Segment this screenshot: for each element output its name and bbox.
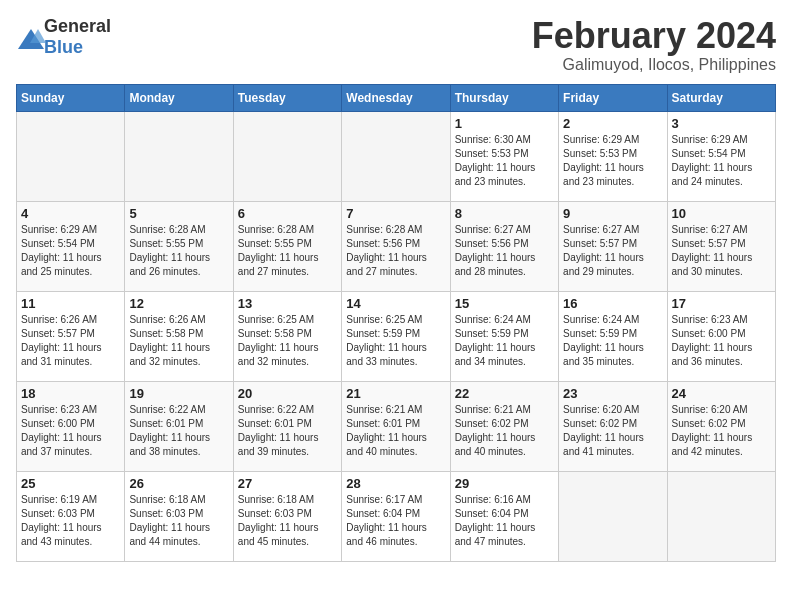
day-info: Sunrise: 6:28 AMSunset: 5:56 PMDaylight:… — [346, 223, 445, 279]
day-info: Sunrise: 6:29 AMSunset: 5:53 PMDaylight:… — [563, 133, 662, 189]
day-number: 29 — [455, 476, 554, 491]
day-cell — [667, 471, 775, 561]
day-cell: 4Sunrise: 6:29 AMSunset: 5:54 PMDaylight… — [17, 201, 125, 291]
day-cell: 25Sunrise: 6:19 AMSunset: 6:03 PMDayligh… — [17, 471, 125, 561]
day-cell: 18Sunrise: 6:23 AMSunset: 6:00 PMDayligh… — [17, 381, 125, 471]
day-cell: 23Sunrise: 6:20 AMSunset: 6:02 PMDayligh… — [559, 381, 667, 471]
day-info: Sunrise: 6:28 AMSunset: 5:55 PMDaylight:… — [238, 223, 337, 279]
day-cell: 20Sunrise: 6:22 AMSunset: 6:01 PMDayligh… — [233, 381, 341, 471]
day-cell: 16Sunrise: 6:24 AMSunset: 5:59 PMDayligh… — [559, 291, 667, 381]
day-info: Sunrise: 6:23 AMSunset: 6:00 PMDaylight:… — [672, 313, 771, 369]
day-number: 27 — [238, 476, 337, 491]
day-cell — [559, 471, 667, 561]
day-number: 9 — [563, 206, 662, 221]
day-number: 3 — [672, 116, 771, 131]
day-info: Sunrise: 6:27 AMSunset: 5:57 PMDaylight:… — [563, 223, 662, 279]
day-info: Sunrise: 6:17 AMSunset: 6:04 PMDaylight:… — [346, 493, 445, 549]
logo-icon — [16, 27, 40, 47]
day-info: Sunrise: 6:16 AMSunset: 6:04 PMDaylight:… — [455, 493, 554, 549]
day-info: Sunrise: 6:26 AMSunset: 5:58 PMDaylight:… — [129, 313, 228, 369]
day-cell: 24Sunrise: 6:20 AMSunset: 6:02 PMDayligh… — [667, 381, 775, 471]
day-cell: 14Sunrise: 6:25 AMSunset: 5:59 PMDayligh… — [342, 291, 450, 381]
day-number: 24 — [672, 386, 771, 401]
day-number: 1 — [455, 116, 554, 131]
calendar-body: 1Sunrise: 6:30 AMSunset: 5:53 PMDaylight… — [17, 111, 776, 561]
day-info: Sunrise: 6:29 AMSunset: 5:54 PMDaylight:… — [21, 223, 120, 279]
day-info: Sunrise: 6:22 AMSunset: 6:01 PMDaylight:… — [129, 403, 228, 459]
day-cell — [342, 111, 450, 201]
col-saturday: Saturday — [667, 84, 775, 111]
day-info: Sunrise: 6:25 AMSunset: 5:59 PMDaylight:… — [346, 313, 445, 369]
day-number: 12 — [129, 296, 228, 311]
day-cell: 1Sunrise: 6:30 AMSunset: 5:53 PMDaylight… — [450, 111, 558, 201]
day-number: 7 — [346, 206, 445, 221]
day-cell: 15Sunrise: 6:24 AMSunset: 5:59 PMDayligh… — [450, 291, 558, 381]
header: General Blue February 2024 Galimuyod, Il… — [16, 16, 776, 74]
day-number: 2 — [563, 116, 662, 131]
day-cell: 10Sunrise: 6:27 AMSunset: 5:57 PMDayligh… — [667, 201, 775, 291]
day-info: Sunrise: 6:24 AMSunset: 5:59 PMDaylight:… — [563, 313, 662, 369]
day-number: 14 — [346, 296, 445, 311]
week-row-2: 4Sunrise: 6:29 AMSunset: 5:54 PMDaylight… — [17, 201, 776, 291]
day-cell — [17, 111, 125, 201]
day-cell: 21Sunrise: 6:21 AMSunset: 6:01 PMDayligh… — [342, 381, 450, 471]
day-number: 19 — [129, 386, 228, 401]
day-info: Sunrise: 6:18 AMSunset: 6:03 PMDaylight:… — [129, 493, 228, 549]
day-number: 18 — [21, 386, 120, 401]
day-info: Sunrise: 6:26 AMSunset: 5:57 PMDaylight:… — [21, 313, 120, 369]
day-cell: 28Sunrise: 6:17 AMSunset: 6:04 PMDayligh… — [342, 471, 450, 561]
day-number: 5 — [129, 206, 228, 221]
day-cell: 26Sunrise: 6:18 AMSunset: 6:03 PMDayligh… — [125, 471, 233, 561]
day-info: Sunrise: 6:20 AMSunset: 6:02 PMDaylight:… — [672, 403, 771, 459]
day-number: 11 — [21, 296, 120, 311]
day-number: 25 — [21, 476, 120, 491]
day-cell: 6Sunrise: 6:28 AMSunset: 5:55 PMDaylight… — [233, 201, 341, 291]
week-row-1: 1Sunrise: 6:30 AMSunset: 5:53 PMDaylight… — [17, 111, 776, 201]
logo: General Blue — [16, 16, 111, 58]
day-info: Sunrise: 6:25 AMSunset: 5:58 PMDaylight:… — [238, 313, 337, 369]
title-area: February 2024 Galimuyod, Ilocos, Philipp… — [532, 16, 776, 74]
day-cell: 7Sunrise: 6:28 AMSunset: 5:56 PMDaylight… — [342, 201, 450, 291]
day-number: 6 — [238, 206, 337, 221]
day-cell — [125, 111, 233, 201]
day-cell: 11Sunrise: 6:26 AMSunset: 5:57 PMDayligh… — [17, 291, 125, 381]
day-number: 22 — [455, 386, 554, 401]
day-cell: 13Sunrise: 6:25 AMSunset: 5:58 PMDayligh… — [233, 291, 341, 381]
col-friday: Friday — [559, 84, 667, 111]
day-info: Sunrise: 6:19 AMSunset: 6:03 PMDaylight:… — [21, 493, 120, 549]
day-info: Sunrise: 6:23 AMSunset: 6:00 PMDaylight:… — [21, 403, 120, 459]
col-thursday: Thursday — [450, 84, 558, 111]
day-info: Sunrise: 6:24 AMSunset: 5:59 PMDaylight:… — [455, 313, 554, 369]
day-info: Sunrise: 6:30 AMSunset: 5:53 PMDaylight:… — [455, 133, 554, 189]
day-cell: 8Sunrise: 6:27 AMSunset: 5:56 PMDaylight… — [450, 201, 558, 291]
day-info: Sunrise: 6:21 AMSunset: 6:01 PMDaylight:… — [346, 403, 445, 459]
col-tuesday: Tuesday — [233, 84, 341, 111]
day-cell: 9Sunrise: 6:27 AMSunset: 5:57 PMDaylight… — [559, 201, 667, 291]
day-cell: 29Sunrise: 6:16 AMSunset: 6:04 PMDayligh… — [450, 471, 558, 561]
day-cell — [233, 111, 341, 201]
day-cell: 12Sunrise: 6:26 AMSunset: 5:58 PMDayligh… — [125, 291, 233, 381]
day-info: Sunrise: 6:27 AMSunset: 5:56 PMDaylight:… — [455, 223, 554, 279]
logo-blue: Blue — [44, 37, 83, 57]
col-monday: Monday — [125, 84, 233, 111]
day-number: 13 — [238, 296, 337, 311]
day-number: 21 — [346, 386, 445, 401]
day-number: 8 — [455, 206, 554, 221]
location-title: Galimuyod, Ilocos, Philippines — [532, 56, 776, 74]
day-info: Sunrise: 6:27 AMSunset: 5:57 PMDaylight:… — [672, 223, 771, 279]
calendar-table: Sunday Monday Tuesday Wednesday Thursday… — [16, 84, 776, 562]
day-cell: 3Sunrise: 6:29 AMSunset: 5:54 PMDaylight… — [667, 111, 775, 201]
day-cell: 22Sunrise: 6:21 AMSunset: 6:02 PMDayligh… — [450, 381, 558, 471]
week-row-3: 11Sunrise: 6:26 AMSunset: 5:57 PMDayligh… — [17, 291, 776, 381]
day-info: Sunrise: 6:18 AMSunset: 6:03 PMDaylight:… — [238, 493, 337, 549]
day-cell: 2Sunrise: 6:29 AMSunset: 5:53 PMDaylight… — [559, 111, 667, 201]
day-cell: 19Sunrise: 6:22 AMSunset: 6:01 PMDayligh… — [125, 381, 233, 471]
day-number: 15 — [455, 296, 554, 311]
day-info: Sunrise: 6:22 AMSunset: 6:01 PMDaylight:… — [238, 403, 337, 459]
day-cell: 27Sunrise: 6:18 AMSunset: 6:03 PMDayligh… — [233, 471, 341, 561]
logo-general: General — [44, 16, 111, 36]
day-number: 17 — [672, 296, 771, 311]
day-number: 26 — [129, 476, 228, 491]
week-row-5: 25Sunrise: 6:19 AMSunset: 6:03 PMDayligh… — [17, 471, 776, 561]
day-info: Sunrise: 6:21 AMSunset: 6:02 PMDaylight:… — [455, 403, 554, 459]
